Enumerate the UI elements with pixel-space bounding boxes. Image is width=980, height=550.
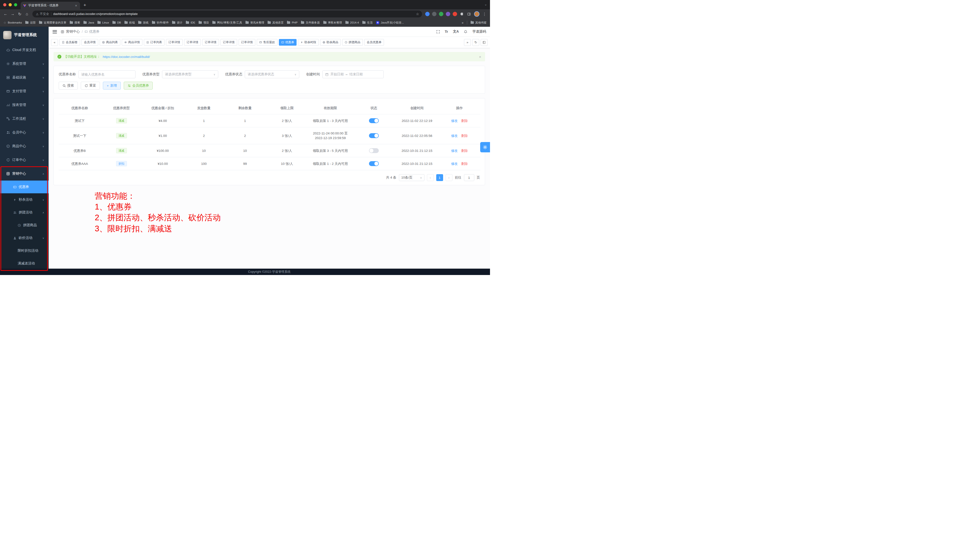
bookmark-folder[interactable]: 资讯未整理 bbox=[245, 21, 264, 25]
alert-close-icon[interactable]: × bbox=[479, 55, 481, 59]
search-button[interactable]: 搜索 bbox=[59, 82, 78, 90]
tab-order-list[interactable]: 订单列表 bbox=[144, 39, 164, 46]
side-panel-icon[interactable] bbox=[465, 11, 473, 17]
delete-link[interactable]: 删除 bbox=[461, 134, 468, 138]
browser-tab[interactable]: 芋道管理系统 - 优惠券 × bbox=[21, 2, 80, 10]
profile-avatar[interactable] bbox=[474, 11, 479, 17]
bookmark-folder[interactable]: 设计 bbox=[172, 21, 182, 25]
tab-member-tag[interactable]: 会员标签 bbox=[59, 39, 80, 46]
bookmark-star-icon[interactable]: ☆ bbox=[414, 12, 420, 16]
tab-member-detail[interactable]: 会员详情 bbox=[81, 39, 98, 46]
bookmark-folder[interactable]: 运营 bbox=[25, 21, 36, 25]
bookmarks-overflow-icon[interactable]: » bbox=[462, 21, 463, 25]
bookmark-folder[interactable]: 生活 bbox=[362, 21, 373, 25]
fullscreen-icon[interactable] bbox=[436, 30, 440, 33]
bookmark-folder[interactable]: 搜索 bbox=[70, 21, 80, 25]
status-toggle[interactable] bbox=[369, 148, 379, 153]
sidebar-item-cloud-doc[interactable]: Cloud 开发文档 bbox=[0, 43, 49, 57]
new-tab-button[interactable]: + bbox=[80, 2, 90, 10]
reload-icon[interactable]: ↻ bbox=[16, 11, 23, 17]
tab-coupon[interactable]: 优惠券 bbox=[279, 39, 297, 46]
sidebar-item-coupon[interactable]: 优惠券 bbox=[0, 181, 49, 193]
tags-scroll-left-button[interactable]: « bbox=[51, 39, 58, 46]
tab-order-detail[interactable]: 订单详情 bbox=[184, 39, 201, 46]
back-icon[interactable]: ← bbox=[2, 11, 9, 17]
other-bookmarks[interactable]: 其他书签 bbox=[471, 21, 487, 25]
extension-icon[interactable] bbox=[439, 12, 443, 16]
forward-icon[interactable]: → bbox=[9, 11, 16, 17]
tab-product-detail[interactable]: 商品详情 bbox=[122, 39, 142, 46]
sidebar-item-bargain[interactable]: 砍价活动 ∨ bbox=[0, 231, 49, 244]
bookmark-folder[interactable]: 2014-4 bbox=[345, 21, 359, 24]
page-number-current[interactable]: 1 bbox=[436, 174, 443, 181]
tab-order-detail[interactable]: 订单详情 bbox=[202, 39, 219, 46]
edit-link[interactable]: 修改 bbox=[451, 119, 458, 123]
window-zoom-button[interactable] bbox=[14, 3, 17, 6]
tags-scroll-right-button[interactable]: » bbox=[464, 39, 471, 46]
extension-icon[interactable] bbox=[453, 12, 457, 16]
app-logo[interactable]: 芋道管理系统 bbox=[0, 27, 49, 43]
sidebar-item-full-reduction[interactable]: 满减送活动 bbox=[0, 257, 49, 270]
bookmark-folder[interactable]: 近期需要读的文章 bbox=[39, 21, 66, 25]
bookmark-folder[interactable]: 文件服务器 bbox=[301, 21, 320, 25]
edit-link[interactable]: 修改 bbox=[451, 149, 458, 152]
coupon-status-select[interactable]: 请选择优惠券状态∨ bbox=[245, 70, 299, 78]
page-size-select[interactable]: 10条/页∨ bbox=[399, 174, 425, 181]
delete-link[interactable]: 删除 bbox=[461, 119, 468, 123]
alert-link[interactable]: https://doc.iocoder.cn/mall/build/ bbox=[103, 55, 150, 59]
create-time-range-picker[interactable]: 开始日期 – 结束日期 bbox=[322, 70, 384, 78]
tab-refund[interactable]: 售后退款 bbox=[257, 39, 277, 46]
sidebar-item-product-center[interactable]: P 商品中心 ∨ bbox=[0, 139, 49, 153]
bookmark-folder[interactable]: 软件/硬件 bbox=[152, 21, 169, 25]
bookmark-folder[interactable]: 游戏 bbox=[138, 21, 148, 25]
sidebar-item-member-center[interactable]: 会员中心 ∨ bbox=[0, 125, 49, 139]
chrome-menu-kebab-icon[interactable]: ⋮ bbox=[481, 11, 488, 17]
tab-close-icon[interactable]: × bbox=[75, 4, 78, 8]
bookmark-folder[interactable]: Java bbox=[83, 21, 94, 24]
tab-order-detail[interactable]: 订单详情 bbox=[239, 39, 255, 46]
bookmark-folder[interactable]: DB bbox=[113, 21, 121, 24]
delete-link[interactable]: 删除 bbox=[461, 149, 468, 152]
tab-member-coupon[interactable]: 会员优惠券 bbox=[364, 39, 384, 46]
hamburger-icon[interactable] bbox=[52, 30, 57, 33]
coupon-name-input[interactable] bbox=[78, 70, 135, 78]
status-toggle[interactable] bbox=[369, 118, 379, 123]
member-coupon-button[interactable]: 会员优惠券 bbox=[124, 82, 153, 90]
extension-icon[interactable] bbox=[425, 12, 430, 16]
bookmark-folder[interactable]: 博客未整理 bbox=[323, 21, 342, 25]
delete-link[interactable]: 删除 bbox=[461, 162, 468, 166]
sidebar-item-seckill[interactable]: 秒杀活动 ∨ bbox=[0, 193, 49, 206]
bookmark-folder[interactable]: IDE bbox=[186, 21, 195, 24]
security-warning[interactable]: ⚠不安全 bbox=[36, 12, 49, 16]
extensions-puzzle-icon[interactable] bbox=[458, 11, 465, 17]
tab-search-icon[interactable]: ⌄ bbox=[484, 2, 487, 6]
coupon-type-select[interactable]: 请选择优惠券类型∨ bbox=[162, 70, 218, 78]
refresh-icon[interactable]: ↻ bbox=[473, 39, 479, 46]
sidebar-item-infra[interactable]: 基础设施 ∨ bbox=[0, 71, 49, 84]
url-text[interactable]: dashboard-vue3.yudao.iocoder.cn/promotio… bbox=[53, 12, 413, 16]
sidebar-item-groupon[interactable]: 拼团活动 ∧ bbox=[0, 206, 49, 219]
locale-icon[interactable]: 文A bbox=[453, 29, 459, 34]
status-toggle[interactable] bbox=[369, 161, 379, 166]
window-minimize-button[interactable] bbox=[9, 3, 12, 6]
prev-page-button[interactable]: ‹ bbox=[427, 174, 434, 181]
tab-groupon-product[interactable]: 拼团商品 bbox=[342, 39, 363, 46]
status-toggle[interactable] bbox=[369, 133, 379, 138]
layout-panel-icon[interactable] bbox=[480, 39, 488, 46]
edit-link[interactable]: 修改 bbox=[451, 134, 458, 138]
bookmark-folder[interactable]: Linux bbox=[97, 21, 109, 24]
tab-product-list[interactable]: 商品列表 bbox=[100, 39, 120, 46]
sidebar-item-marketing-center[interactable]: 营销中心 ∧ bbox=[0, 167, 49, 181]
next-page-button[interactable]: › bbox=[445, 174, 452, 181]
bookmark-folder[interactable]: 项目 bbox=[199, 21, 209, 25]
bookmark-folder[interactable]: 其他语言 bbox=[267, 21, 283, 25]
bookmarks-root[interactable]: ☆Bookmarks bbox=[3, 21, 22, 25]
address-bar[interactable]: ⚠不安全 dashboard-vue3.yudao.iocoder.cn/pro… bbox=[32, 11, 422, 17]
sidebar-item-flash-discount[interactable]: 限时折扣活动 bbox=[0, 244, 49, 257]
username[interactable]: 芋道源码 bbox=[473, 29, 486, 34]
bookmark-folder[interactable]: PHP bbox=[287, 21, 298, 24]
tab-order-detail[interactable]: 订单详情 bbox=[220, 39, 237, 46]
reset-button[interactable]: 重置 bbox=[81, 82, 100, 90]
sidebar-item-groupon-product[interactable]: 拼团商品 bbox=[0, 219, 49, 231]
sidebar-item-report[interactable]: 报表管理 ∨ bbox=[0, 98, 49, 112]
